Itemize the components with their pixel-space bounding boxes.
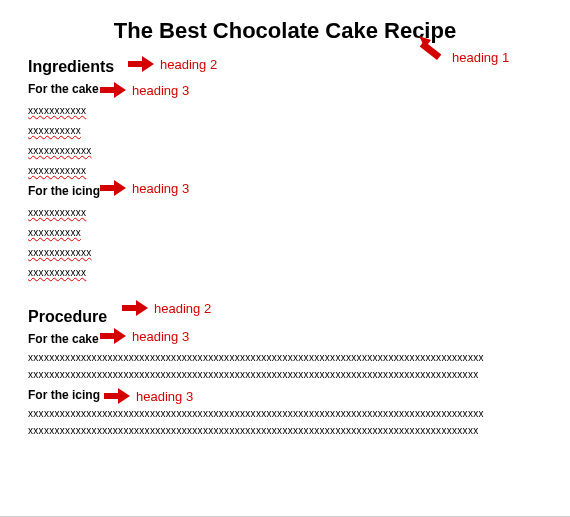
page-title: The Best Chocolate Cake Recipe xyxy=(28,18,542,44)
ingredients-icing-heading: For the icing xyxy=(28,184,542,198)
placeholder-line: xxxxxxxxxxx xyxy=(28,163,86,178)
placeholder-line: xxxxxxxxxxx xyxy=(28,205,86,220)
placeholder-line: xxxxxxxxxx xyxy=(28,123,81,138)
placeholder-line: xxxxxxxxxxxx xyxy=(28,245,92,260)
placeholder-para: xxxxxxxxxxxxxxxxxxxxxxxxxxxxxxxxxxxxxxxx… xyxy=(28,423,542,438)
procedure-heading: Procedure xyxy=(28,308,542,326)
placeholder-line: xxxxxxxxxx xyxy=(28,225,81,240)
placeholder-line: xxxxxxxxxxxx xyxy=(28,143,92,158)
ingredients-heading: Ingredients xyxy=(28,58,542,76)
placeholder-para: xxxxxxxxxxxxxxxxxxxxxxxxxxxxxxxxxxxxxxxx… xyxy=(28,406,542,421)
procedure-cake-heading: For the cake xyxy=(28,332,542,346)
procedure-icing-heading: For the icing xyxy=(28,388,542,402)
placeholder-line: xxxxxxxxxxx xyxy=(28,265,86,280)
placeholder-line: xxxxxxxxxxx xyxy=(28,103,86,118)
ingredients-cake-heading: For the cake xyxy=(28,82,542,96)
placeholder-para: xxxxxxxxxxxxxxxxxxxxxxxxxxxxxxxxxxxxxxxx… xyxy=(28,367,542,382)
placeholder-para: xxxxxxxxxxxxxxxxxxxxxxxxxxxxxxxxxxxxxxxx… xyxy=(28,350,542,365)
